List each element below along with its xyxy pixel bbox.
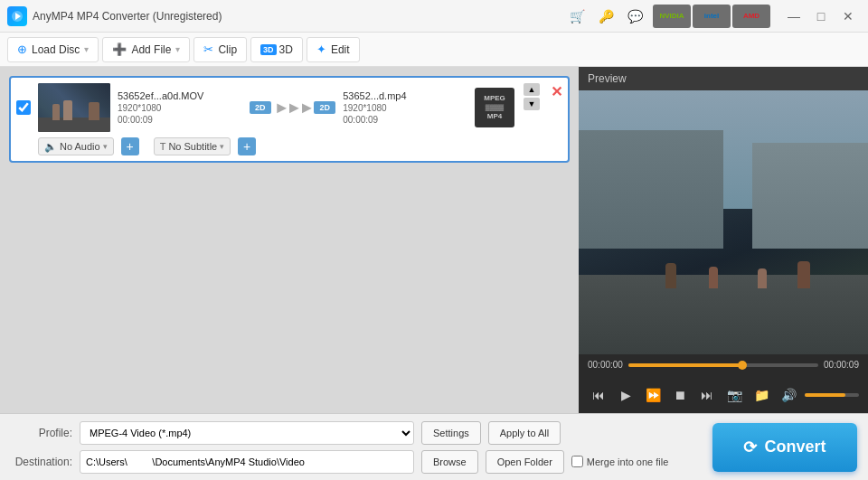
- convert-label: Convert: [764, 438, 826, 456]
- add-file-label: Add File: [131, 43, 171, 56]
- time-thumb: [738, 361, 747, 370]
- subtitle-select-arrow: ▾: [220, 142, 224, 151]
- title-left: AnyMP4 MP4 Converter (Unregistered): [7, 6, 222, 26]
- fast-forward-button[interactable]: ⏩: [642, 384, 664, 406]
- maximize-button[interactable]: □: [808, 6, 834, 26]
- intel-button[interactable]: intel: [693, 5, 731, 28]
- conversion-arrows: ►►►: [274, 99, 311, 118]
- cart-button[interactable]: 🛒: [566, 5, 588, 27]
- audio-select[interactable]: 🔈 No Audio ▾: [38, 137, 114, 155]
- title-bar-right: 🛒 🔑 💬 NVIDIA intel AMD — □ ✕: [566, 5, 861, 28]
- browse-button[interactable]: Browse: [421, 450, 478, 474]
- scene-building-left: [579, 130, 723, 249]
- edit-button[interactable]: ✦ Edit: [307, 37, 360, 62]
- source-filename: 53652ef...a0d.MOV: [118, 90, 242, 101]
- file-item: 53652ef...a0d.MOV 1920*1080 00:00:09 2D …: [9, 76, 570, 163]
- skip-end-button[interactable]: ⏭: [696, 384, 718, 406]
- settings-button[interactable]: Settings: [421, 421, 481, 445]
- convert-icon: ⟳: [743, 438, 757, 457]
- source-duration: 00:00:09: [118, 115, 242, 125]
- destination-label: Destination:: [11, 456, 72, 468]
- output-dims: 1920*1080: [343, 103, 467, 113]
- audio-add-button[interactable]: +: [121, 137, 139, 155]
- add-file-arrow[interactable]: ▾: [175, 44, 180, 54]
- stop-button[interactable]: ⏹: [669, 384, 691, 406]
- destination-input[interactable]: [80, 450, 414, 474]
- person-1: [665, 263, 676, 288]
- time-track[interactable]: [628, 363, 818, 367]
- time-end: 00:00:09: [824, 360, 859, 370]
- convert-button[interactable]: ⟳ Convert: [712, 423, 857, 472]
- preview-video: [579, 90, 868, 354]
- amd-button[interactable]: AMD: [732, 5, 770, 28]
- preview-scene: [579, 90, 868, 354]
- toolbar: ⊕ Load Disc ▾ ➕ Add File ▾ ✂ Clip 3D 3D …: [0, 33, 868, 67]
- profile-label: Profile:: [11, 427, 72, 439]
- load-disc-button[interactable]: ⊕ Load Disc ▾: [7, 37, 99, 62]
- item-up-button[interactable]: ▲: [524, 83, 540, 96]
- chat-button[interactable]: 💬: [624, 5, 646, 27]
- preview-panel: Preview 00:00:00: [579, 67, 868, 413]
- folder-button[interactable]: 📁: [750, 384, 772, 406]
- open-folder-button[interactable]: Open Folder: [486, 450, 564, 474]
- output-filename: 53652...d.mp4: [343, 90, 467, 101]
- format-icon-text: MPEG ▓▓▓▓ MP4: [484, 94, 505, 121]
- time-bar-row: 00:00:00 00:00:09: [588, 360, 859, 370]
- output-2d-badge: 2D: [314, 101, 335, 114]
- thumb-road: [38, 118, 110, 132]
- file-source-info: 53652ef...a0d.MOV 1920*1080 00:00:09: [118, 90, 242, 125]
- source-2d-badge: 2D: [250, 101, 271, 114]
- file-checkbox[interactable]: [16, 100, 31, 115]
- clip-label: Clip: [218, 43, 237, 56]
- file-output-info: 53652...d.mp4 1920*1080 00:00:09: [343, 90, 467, 125]
- load-disc-arrow[interactable]: ▾: [84, 44, 89, 54]
- merge-checkbox[interactable]: [571, 456, 583, 467]
- item-down-button[interactable]: ▼: [524, 98, 540, 110]
- load-disc-label: Load Disc: [32, 43, 80, 56]
- format-icon[interactable]: MPEG ▓▓▓▓ MP4: [475, 88, 514, 127]
- 3d-label: 3D: [279, 43, 293, 56]
- volume-icon[interactable]: 🔊: [778, 384, 799, 406]
- nvidia-button[interactable]: NVIDIA: [653, 5, 691, 28]
- profile-select[interactable]: MPEG-4 Video (*.mp4): [80, 421, 414, 445]
- minimize-button[interactable]: —: [781, 6, 807, 26]
- clip-button[interactable]: ✂ Clip: [193, 37, 247, 62]
- close-button[interactable]: ✕: [835, 6, 861, 26]
- file-thumbnail: [38, 83, 110, 132]
- subtitle-icon: T: [160, 141, 166, 152]
- conversion-arrow-group: 2D ►►► 2D: [250, 99, 335, 118]
- gpu-buttons: NVIDIA intel AMD: [653, 5, 770, 28]
- scene-road: [579, 275, 868, 354]
- preview-controls: ⏮ ▶ ⏩ ⏹ ⏭ 📷 📁 🔊: [579, 381, 868, 413]
- edit-icon: ✦: [316, 42, 326, 56]
- audio-select-text: No Audio: [60, 141, 100, 152]
- add-file-button[interactable]: ➕ Add File ▾: [102, 37, 190, 62]
- person-2: [709, 267, 718, 288]
- item-close-button[interactable]: ✕: [551, 83, 562, 100]
- app-icon: [7, 6, 27, 26]
- subtitle-select[interactable]: T No Subtitle ▾: [154, 137, 231, 155]
- bottom-bar: Profile: MPEG-4 Video (*.mp4) Settings A…: [0, 413, 868, 480]
- 3d-button[interactable]: 3D 3D: [250, 37, 303, 62]
- source-dims: 1920*1080: [118, 103, 242, 113]
- person-4: [758, 268, 767, 288]
- skip-start-button[interactable]: ⏮: [588, 384, 609, 406]
- thumb-img: [38, 83, 110, 132]
- audio-icon: 🔈: [44, 141, 57, 153]
- main-area: 53652ef...a0d.MOV 1920*1080 00:00:09 2D …: [0, 67, 868, 413]
- 3d-badge: 3D: [260, 44, 277, 55]
- output-duration: 00:00:09: [343, 115, 467, 125]
- title-bar: AnyMP4 MP4 Converter (Unregistered) 🛒 🔑 …: [0, 0, 868, 33]
- subtitle-add-button[interactable]: +: [238, 137, 256, 155]
- file-item-bottom: 🔈 No Audio ▾ + T No Subtitle ▾ +: [16, 137, 562, 155]
- key-button[interactable]: 🔑: [595, 5, 617, 27]
- volume-track[interactable]: [805, 393, 859, 397]
- thumb-sky: [38, 83, 110, 103]
- play-button[interactable]: ▶: [615, 384, 637, 406]
- file-item-top: 53652ef...a0d.MOV 1920*1080 00:00:09 2D …: [16, 83, 562, 132]
- apply-to-all-button[interactable]: Apply to All: [488, 421, 561, 445]
- time-fill: [628, 363, 742, 367]
- edit-label: Edit: [331, 43, 350, 56]
- screenshot-button[interactable]: 📷: [723, 384, 745, 406]
- audio-select-arrow: ▾: [103, 142, 108, 151]
